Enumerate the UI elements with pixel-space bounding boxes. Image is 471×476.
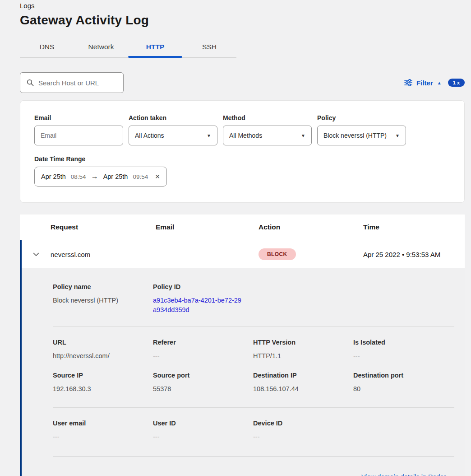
user-email-value: --- (53, 432, 153, 442)
column-header-action: Action (259, 223, 363, 231)
collapse-caret-icon[interactable]: ▲ (437, 80, 442, 85)
source-ip-label: Source IP (53, 372, 153, 379)
detail-destination-port: Destination port 80 (353, 372, 453, 394)
url-value: http://neverssl.com/ (53, 351, 153, 361)
end-time[interactable]: 09:54 (133, 173, 148, 180)
method-filter-value: All Methods (229, 132, 262, 139)
start-time[interactable]: 08:54 (71, 173, 86, 180)
email-filter-input[interactable] (34, 126, 123, 145)
page-content: Logs Gateway Activity Log DNS Network HT… (20, 0, 465, 476)
is-isolated-label: Is Isolated (353, 339, 453, 346)
user-email-label: User email (53, 420, 153, 427)
detail-source-ip: Source IP 192.168.30.3 (53, 372, 153, 394)
tab-http[interactable]: HTTP (128, 38, 182, 57)
column-header-time: Time (363, 223, 465, 231)
detail-http-version: HTTP Version HTTP/1.1 (253, 339, 353, 361)
destination-ip-value: 108.156.107.44 (253, 384, 353, 394)
detail-policy-name: Policy name Block neverssl (HTTP) (53, 283, 153, 315)
referer-value: --- (153, 351, 253, 361)
date-range-label: Date Time Range (34, 155, 450, 163)
chevron-down-icon: ▼ (395, 133, 400, 138)
filter-field-method: Method All Methods ▼ (223, 114, 312, 145)
http-section-row1: URL http://neverssl.com/ Referer --- HTT… (53, 339, 454, 361)
tab-network[interactable]: Network (74, 38, 128, 57)
detail-user-id: User ID --- (153, 420, 253, 442)
source-port-label: Source port (153, 372, 253, 379)
policy-filter-label: Policy (317, 114, 406, 121)
destination-ip-label: Destination IP (253, 372, 353, 379)
source-ip-value: 192.168.30.3 (53, 384, 153, 394)
device-id-value: --- (253, 432, 353, 442)
section-divider (53, 407, 454, 408)
search-icon (26, 79, 34, 87)
column-header-email: Email (156, 223, 259, 231)
search-box[interactable] (20, 72, 124, 93)
row-request: neverssl.com (51, 251, 156, 258)
filter-panel: Email Action taken All Actions ▼ Method … (20, 100, 465, 203)
user-id-label: User ID (153, 420, 253, 427)
filter-field-action: Action taken All Actions ▼ (129, 114, 217, 145)
section-divider (53, 327, 454, 327)
policy-id-link[interactable]: a91c3eb4-ba7a-4201-be72-29a934dd359d (153, 296, 241, 315)
destination-port-value: 80 (353, 384, 453, 394)
activity-log-table: Request Email Action Time neverssl.com B… (20, 215, 465, 476)
http-section-row2: Source IP 192.168.30.3 Source port 55378… (53, 372, 454, 394)
date-range-field: Date Time Range Apr 25th 08:54 → Apr 25t… (34, 155, 450, 187)
method-filter-select[interactable]: All Methods ▼ (223, 126, 312, 145)
date-range-picker[interactable]: Apr 25th 08:54 → Apr 25th 09:54 ✕ (34, 167, 167, 187)
block-badge: BLOCK (259, 248, 296, 260)
row-detail-panel: Policy name Block neverssl (HTTP) Policy… (20, 268, 465, 476)
referer-label: Referer (153, 339, 253, 346)
filter-toggle-button[interactable]: Filter (416, 79, 433, 87)
policy-filter-select[interactable]: Block neverssl (HTTP) ▼ (317, 126, 406, 145)
row-time: Apr 25 2022 • 9:53:53 AM (363, 251, 465, 258)
tab-dns[interactable]: DNS (20, 38, 74, 57)
page-title: Gateway Activity Log (20, 13, 465, 28)
tab-ssh[interactable]: SSH (182, 38, 236, 57)
device-id-label: Device ID (253, 420, 353, 427)
table-header: Request Email Action Time (20, 215, 465, 240)
table-row[interactable]: neverssl.com BLOCK Apr 25 2022 • 9:53:53… (20, 240, 465, 268)
http-version-label: HTTP Version (253, 339, 353, 346)
start-date[interactable]: Apr 25th (41, 173, 66, 180)
user-section: User email --- User ID --- Device ID --- (53, 420, 454, 442)
destination-port-label: Destination port (353, 372, 453, 379)
row-action: BLOCK (259, 248, 363, 260)
section-divider (53, 456, 454, 457)
detail-user-email: User email --- (53, 420, 153, 442)
policy-filter-value: Block neverssl (HTTP) (323, 132, 387, 139)
column-header-request: Request (51, 223, 156, 231)
toolbar: Filter ▲ 1 x (20, 72, 465, 93)
view-radar-link[interactable]: View domain details in Radar → (361, 473, 454, 476)
http-version-value: HTTP/1.1 (253, 351, 353, 361)
search-input[interactable] (38, 79, 117, 87)
end-date[interactable]: Apr 25th (103, 173, 128, 180)
clear-date-icon[interactable]: ✕ (155, 173, 160, 180)
row-expand-chevron-icon[interactable] (22, 252, 51, 257)
url-label: URL (53, 339, 153, 346)
filter-field-email: Email (34, 114, 123, 145)
filter-controls: Filter ▲ 1 x (404, 79, 465, 87)
detail-is-isolated: Is Isolated --- (353, 339, 453, 361)
detail-referer: Referer --- (153, 339, 253, 361)
policy-name-value: Block neverssl (HTTP) (53, 296, 153, 305)
action-filter-label: Action taken (129, 114, 217, 121)
policy-id-label: Policy ID (153, 283, 253, 290)
detail-source-port: Source port 55378 (153, 372, 253, 394)
filter-count-badge[interactable]: 1 x (448, 79, 465, 87)
filter-fields-row: Email Action taken All Actions ▼ Method … (34, 114, 450, 145)
chevron-down-icon: ▼ (301, 133, 305, 138)
action-filter-select[interactable]: All Actions ▼ (129, 126, 217, 145)
source-port-value: 55378 (153, 384, 253, 394)
detail-destination-ip: Destination IP 108.156.107.44 (253, 372, 353, 394)
filter-sliders-icon (404, 79, 412, 86)
range-arrow-icon: → (91, 173, 98, 181)
user-id-value: --- (153, 432, 253, 442)
is-isolated-value: --- (353, 351, 453, 361)
breadcrumb[interactable]: Logs (20, 2, 465, 9)
detail-device-id: Device ID --- (253, 420, 353, 442)
email-filter-label: Email (34, 114, 123, 121)
action-filter-value: All Actions (135, 132, 164, 139)
radar-link-row: View domain details in Radar → (53, 473, 454, 476)
detail-policy-id: Policy ID a91c3eb4-ba7a-4201-be72-29a934… (153, 283, 253, 315)
